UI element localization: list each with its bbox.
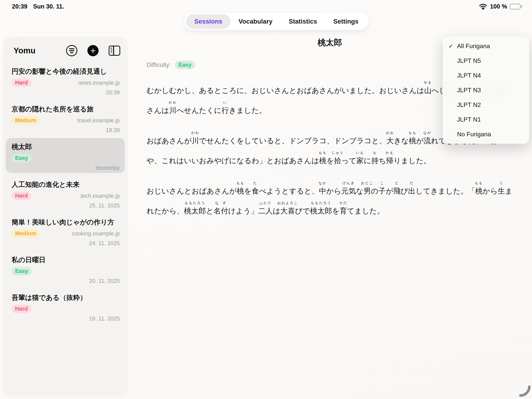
reader-text-run: な — [356, 187, 364, 195]
session-list-item[interactable]: 京都の隠れた名所を巡る旅 Medium travel.example.jp 19… — [6, 100, 125, 135]
ruby-base: 桃 — [409, 137, 416, 145]
ruby-word[interactable]: いえ家 — [356, 156, 364, 165]
ruby-word[interactable]: い行 — [222, 106, 229, 115]
ruby-word[interactable]: げんき元気 — [341, 187, 356, 196]
session-list-item[interactable]: 円安の影響と今後の経済見通し Hard news.example.jp 20:3… — [6, 63, 125, 98]
ruby-word[interactable]: ふたり二人 — [258, 206, 273, 216]
reader-text-run: おじいさんとおばあさんが — [146, 187, 237, 195]
reader-text-run: でせんたくをしていると、ドンブラコ、ドンブラコと、 — [199, 137, 386, 145]
ruby-word[interactable]: かわ川 — [169, 106, 177, 115]
ruby-base: 元気 — [341, 187, 356, 195]
furigana-menu-item-jlpt-n1[interactable]: JLPT N1 — [443, 112, 529, 127]
ruby-word[interactable]: かえ帰 — [386, 156, 393, 165]
session-list: 円安の影響と今後の経済見通し Hard news.example.jp 20:3… — [6, 63, 125, 324]
session-source: tech.example.jp — [81, 193, 120, 199]
tab-vocabulary[interactable]: Vocabulary — [230, 14, 280, 29]
ruby-base: 二人 — [258, 207, 273, 215]
ruby-base: 中 — [319, 187, 326, 195]
furigana-menu-label: No Furigana — [457, 131, 491, 138]
status-time: 20:39 — [12, 3, 27, 10]
furigana-annotation: も — [373, 151, 377, 154]
ruby-base: 名 — [213, 207, 221, 215]
reader-text-run: から — [326, 187, 341, 195]
reader-text-run: さんは — [146, 106, 169, 114]
ruby-word[interactable]: もも桃 — [409, 136, 416, 146]
battery-nub — [521, 6, 522, 8]
furigana-annotation: もも — [408, 131, 417, 134]
reader-text-run: むかしむかし、あるところに、おじいさんとおばあさんがいました。おじいさんは — [146, 86, 424, 95]
ruby-word[interactable]: う生 — [498, 187, 505, 196]
ruby-base: 桃太郎 — [184, 207, 206, 215]
reader-text-run: って — [341, 157, 356, 165]
ruby-word[interactable]: そだ育 — [340, 206, 347, 216]
ruby-word[interactable]: おとこ男 — [363, 187, 371, 196]
add-session-button[interactable]: + — [87, 45, 99, 56]
furigana-menu-item-jlpt-n4[interactable]: JLPT N4 — [443, 68, 529, 83]
furigana-menu-item-jlpt-n2[interactable]: JLPT N2 — [443, 97, 529, 112]
session-list-item[interactable]: 人工知能の進化と未来 Hard tech.example.jp 25. 11. … — [6, 176, 125, 211]
reader-paragraph: おじいさんとおばあさんがもも桃をた食べようとすると、なか中からげんき元気なおとこ… — [146, 181, 513, 221]
ruby-word[interactable]: なか中 — [319, 187, 326, 196]
status-time-date: 20:39 Sun 30. 11. — [12, 3, 64, 10]
furigana-menu-label: JLPT N3 — [457, 87, 481, 94]
reader-text-run: びで — [295, 207, 310, 215]
furigana-annotation: おおよろこ — [277, 201, 298, 205]
reader-text-run: や、これはいいおみやげになるわ」とおばあさんは — [146, 157, 319, 165]
ruby-word[interactable]: ももたろう桃太郎 — [184, 206, 206, 216]
furigana-annotation: やま — [424, 81, 432, 84]
furigana-annotation: もも — [319, 151, 327, 154]
difficulty-badge: Hard — [12, 78, 31, 87]
tab-sessions[interactable]: Sessions — [186, 14, 230, 29]
furigana-menu-item-no-furigana[interactable]: No Furigana — [443, 127, 529, 141]
furigana-menu-label: JLPT N4 — [457, 72, 481, 79]
furigana-menu-item-all-furigana[interactable]: ✓ All Furigana — [443, 39, 529, 53]
furigana-annotation: かわ — [169, 101, 177, 104]
ruby-word[interactable]: おおよろこ大喜 — [280, 206, 295, 216]
session-list-item[interactable]: 私の日曜日 Easy 20. 11. 2025 — [6, 251, 125, 286]
ruby-word[interactable]: た食 — [252, 187, 259, 196]
session-source: travel.example.jp — [77, 117, 120, 124]
ruby-word[interactable]: なが流 — [424, 136, 431, 146]
ruby-word[interactable]: おお大 — [386, 136, 394, 146]
ruby-word[interactable]: じゅう拾 — [334, 156, 341, 165]
difficulty-badge: Medium — [12, 229, 40, 238]
ruby-word[interactable]: かわ川 — [192, 136, 199, 146]
ruby-word[interactable]: もも桃 — [319, 156, 327, 165]
furigana-annotation: そだ — [339, 201, 347, 205]
tab-statistics[interactable]: Statistics — [280, 14, 325, 29]
ruby-word[interactable]: ず付 — [221, 206, 228, 216]
ruby-word[interactable]: と飛 — [393, 187, 400, 196]
ruby-base: 家 — [356, 157, 364, 165]
session-list-item[interactable]: 桃太郎 Easy Yesterday — [6, 138, 125, 173]
furigana-menu-item-jlpt-n5[interactable]: JLPT N5 — [443, 53, 529, 68]
ruby-word[interactable]: こ子 — [378, 187, 386, 196]
check-icon: ✓ — [449, 43, 457, 50]
sidebar-toggle-icon[interactable] — [109, 46, 120, 56]
ruby-word[interactable]: だ出 — [408, 187, 415, 196]
furigana-annotation: ず — [222, 201, 227, 205]
ruby-base: 拾 — [334, 157, 341, 165]
ruby-word[interactable]: ももたろう桃太郎 — [310, 206, 332, 216]
tab-settings[interactable]: Settings — [325, 14, 367, 29]
session-list-item[interactable]: 吾輩は猫である（抜粋） Hard 16. 11. 2025 — [6, 289, 125, 324]
session-list-item[interactable]: 簡単！美味しい肉じゃがの作り方 Medium cooking.example.j… — [6, 213, 125, 248]
ruby-word[interactable]: もも桃 — [475, 187, 483, 196]
reader-text-run: りました。 — [393, 157, 431, 165]
reader-text-run: てました。 — [347, 207, 385, 215]
session-date: 20:39 — [12, 89, 120, 96]
reader-text-run: おばあさんが — [146, 137, 192, 145]
ruby-base: 生 — [498, 187, 505, 195]
session-meta-row: Hard — [12, 305, 120, 313]
filter-icon[interactable] — [66, 45, 77, 56]
ruby-word[interactable]: もも桃 — [237, 187, 244, 196]
corner-swipe-indicator — [519, 385, 531, 397]
status-date: Sun 30. 11. — [33, 3, 64, 10]
sidebar-header: Yomu + — [6, 43, 125, 58]
reader-text-run: けよう」 — [228, 207, 258, 215]
ruby-word[interactable]: やま山 — [424, 86, 431, 95]
furigana-menu-item-jlpt-n3[interactable]: JLPT N3 — [443, 83, 529, 97]
ruby-word[interactable]: な名 — [213, 206, 221, 216]
ruby-base: 大 — [386, 137, 394, 145]
ruby-word[interactable]: も持 — [371, 156, 379, 165]
sidebar-actions: + — [66, 45, 120, 56]
